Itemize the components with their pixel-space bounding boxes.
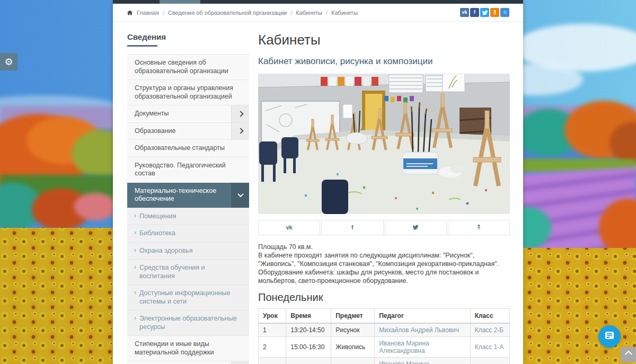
social-links: vkf☺ xyxy=(460,8,509,17)
description-area-line: Площадь 70 кв.м. xyxy=(258,243,510,251)
classroom-photo xyxy=(258,74,510,214)
share-buttons-row: vkf xyxy=(258,220,510,235)
description-details-line: В кабинете проходят занятия по следующим… xyxy=(258,251,510,285)
schedule-cell: Класс 1-А xyxy=(470,336,509,357)
breadcrumb-link[interactable]: Главная xyxy=(137,10,159,16)
teacher-link[interactable]: Иванова Марина Александровна xyxy=(379,340,429,354)
sidebar-item-sub[interactable]: Доступные информационные системы и сети xyxy=(127,285,249,310)
breadcrumb-separator: / xyxy=(163,10,164,16)
sidebar-item-label: Руководство. Педагогический состав xyxy=(127,157,249,182)
sidebar-item-label: Основные сведения об образовательной орг… xyxy=(127,55,249,79)
content-area: Сведения Основные сведения об образовате… xyxy=(113,22,523,364)
sidebar-item[interactable]: Образование xyxy=(127,123,249,140)
day-heading: Понедельник xyxy=(258,291,510,304)
social-vk-icon[interactable]: vk xyxy=(460,8,469,17)
schedule-header-row: УрокВремяПредметПедагогКласс xyxy=(259,308,510,323)
page-title: Кабинеты xyxy=(258,32,510,48)
chevron-right-icon[interactable] xyxy=(231,361,249,364)
sidebar-item-sub[interactable]: Библиотека xyxy=(127,225,249,243)
sidebar-item-label: Документы xyxy=(127,105,231,122)
chevron-right-glyph xyxy=(237,111,243,117)
main-column: Кабинеты Кабинет живописи, рисунка и ком… xyxy=(258,32,510,364)
sidebar-item-active[interactable]: Материально-техническое обеспечение xyxy=(127,183,249,208)
lesson-number: 3 xyxy=(259,357,286,364)
social-moimir-icon[interactable]: ☺ xyxy=(500,8,509,17)
lesson-subject: Рисунок xyxy=(331,323,375,337)
schedule-table: УрокВремяПредметПедагогКласс 113:20-14:5… xyxy=(258,308,510,364)
settings-gear-button[interactable]: ⚙ xyxy=(0,53,17,70)
description: Площадь 70 кв.м. В кабинете проходят зан… xyxy=(258,243,510,285)
schedule-col-header: Педагог xyxy=(375,308,470,323)
chevron-up-icon xyxy=(624,350,632,358)
schedule-cell: Иванова Марина Александровна xyxy=(375,336,470,357)
sidebar-item-label: Помещения xyxy=(127,208,249,225)
odnoklassniki-icon xyxy=(476,224,482,230)
teacher-link[interactable]: Иванова Марина Александровна xyxy=(379,360,429,364)
sidebar-item[interactable]: Образовательные стандарты xyxy=(127,140,249,157)
share-vk-button[interactable]: vk xyxy=(258,220,320,235)
sidebar-heading-underline xyxy=(127,45,157,47)
class-link[interactable]: Класс 1-А xyxy=(475,343,504,351)
sidebar-item-sub[interactable]: Электронные образовательные ресурсы xyxy=(127,310,249,336)
schedule-col-header: Время xyxy=(286,308,331,323)
sidebar-item-label: Библиотека xyxy=(127,225,249,242)
sidebar-item-label: Материально-техническое обеспечение xyxy=(127,183,231,208)
breadcrumb-link[interactable]: Сведения об образовательной организации xyxy=(168,10,287,16)
sidebar-item[interactable]: Стипендии и иные виды материальной подде… xyxy=(127,336,249,361)
schedule-row: 316:40-18:10ЖивописьИванова Марина Алекс… xyxy=(259,357,510,364)
schedule-row: 215:00-16:30ЖивописьИванова Марина Алекс… xyxy=(259,336,510,357)
sidebar: Сведения Основные сведения об образовате… xyxy=(127,32,249,364)
share-odnoklassniki-button[interactable] xyxy=(448,220,510,235)
top-nav-active-item[interactable] xyxy=(160,0,200,4)
sidebar-item-sub[interactable]: Помещения xyxy=(127,208,249,226)
chevron-down-icon[interactable] xyxy=(231,183,249,208)
breadcrumb-separator: / xyxy=(290,10,292,16)
social-facebook-icon[interactable]: f xyxy=(470,8,479,17)
schedule-col-header: Урок xyxy=(259,308,286,323)
schedule-cell: Иванова Марина Александровна xyxy=(375,357,470,364)
chevron-right-glyph xyxy=(237,128,243,134)
lesson-subject: Живопись xyxy=(331,336,375,357)
lesson-number: 2 xyxy=(259,336,286,357)
twitter-icon xyxy=(412,224,419,230)
gear-icon: ⚙ xyxy=(4,56,13,68)
sidebar-item[interactable]: Основные сведения об образовательной орг… xyxy=(127,55,249,80)
chevron-down-glyph xyxy=(237,191,243,197)
sidebar-item-sub[interactable]: Средства обучения и воспитания xyxy=(127,260,249,285)
sidebar-item[interactable]: Документы xyxy=(127,105,249,123)
breadcrumb-bar: Главная/Сведения об образовательной орга… xyxy=(113,4,523,22)
sidebar-heading: Сведения xyxy=(127,32,249,41)
lesson-time: 16:40-18:10 xyxy=(286,357,331,364)
share-facebook-button[interactable]: f xyxy=(321,220,383,235)
sidebar-item-label: Стипендии и иные виды материальной подде… xyxy=(127,336,249,361)
sidebar-item-label: Образование xyxy=(127,123,231,140)
chat-widget-button[interactable] xyxy=(598,325,621,348)
scroll-to-top-button[interactable] xyxy=(621,347,636,362)
class-link[interactable]: Класс 2-Б xyxy=(475,326,504,334)
chevron-right-icon[interactable] xyxy=(231,105,249,122)
teacher-link[interactable]: Михайлов Андрей Львович xyxy=(379,326,459,334)
lesson-subject: Живопись xyxy=(331,357,375,364)
social-odnoklassniki-icon[interactable] xyxy=(490,8,499,17)
chat-icon xyxy=(605,331,614,342)
vk-icon: vk xyxy=(286,224,293,230)
lesson-time: 15:00-16:30 xyxy=(286,336,331,357)
sidebar-item-label: Охрана здоровья xyxy=(127,243,249,260)
sidebar-item-label: Электронные образовательные ресурсы xyxy=(127,310,249,335)
sidebar-item-label: Средства обучения и воспитания xyxy=(127,260,249,285)
sidebar-item[interactable]: Руководство. Педагогический состав xyxy=(127,157,249,183)
home-icon[interactable] xyxy=(127,10,133,16)
breadcrumb-link[interactable]: Кабинеты xyxy=(296,10,322,16)
social-twitter-icon[interactable] xyxy=(480,8,489,17)
breadcrumb-current: Кабинеты xyxy=(331,10,358,16)
sidebar-item-sub[interactable]: Охрана здоровья xyxy=(127,243,249,260)
sidebar-menu: Основные сведения об образовательной орг… xyxy=(127,54,249,364)
chevron-right-icon[interactable] xyxy=(231,123,249,140)
share-twitter-button[interactable] xyxy=(385,220,447,235)
sidebar-item-label: Структура и органы управления образовате… xyxy=(127,80,249,105)
top-nav-bar xyxy=(113,0,523,4)
schedule-row: 113:20-14:50РисунокМихайлов Андрей Львов… xyxy=(259,323,510,337)
schedule-col-header: Предмет xyxy=(331,308,375,323)
sidebar-item[interactable]: Структура и органы управления образовате… xyxy=(127,80,249,105)
sidebar-item[interactable]: Платные образовательные услуги xyxy=(127,361,249,364)
